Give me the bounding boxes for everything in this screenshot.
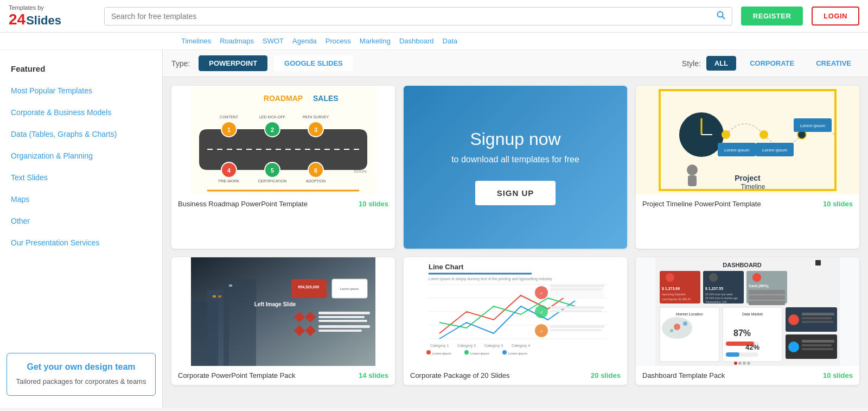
card-corporate-title: Corporate PowerPoint Template Pack xyxy=(178,371,296,380)
signup-button[interactable]: SIGN UP xyxy=(475,181,556,205)
timeline-svg: Lorem ipsum Lorem ipsum Lorem ipsum Proj… xyxy=(636,86,859,194)
dashboard-svg: DASHBOARD $ 1,373.68 Upcoming Deposits L… xyxy=(636,257,859,366)
svg-text:654,520,000: 654,520,000 xyxy=(298,285,320,289)
card-dashboard-footer: Dashboard Template Pack 10 slides xyxy=(636,366,859,385)
svg-text:SOON: SOON xyxy=(354,169,367,174)
card-dashboard-title: Dashboard Template Pack xyxy=(642,371,725,380)
linechart-svg: Line Chart Lorem ipsum is simply dummy t… xyxy=(404,257,627,366)
tag-data[interactable]: Data xyxy=(441,36,459,46)
svg-text:$ 1,373.68: $ 1,373.68 xyxy=(662,287,680,291)
svg-rect-139 xyxy=(802,340,834,343)
btn-style-creative[interactable]: CREATIVE xyxy=(808,56,859,71)
svg-text:Lorem ipsum: Lorem ipsum xyxy=(340,287,359,290)
register-button[interactable]: REGISTER xyxy=(741,7,803,26)
svg-rect-140 xyxy=(802,344,832,346)
search-input[interactable] xyxy=(111,12,717,21)
svg-text:✓: ✓ xyxy=(540,310,544,315)
svg-rect-131 xyxy=(726,352,739,357)
tag-dashboard[interactable]: Dashboard xyxy=(397,36,436,46)
svg-text:2: 2 xyxy=(271,127,274,133)
sidebar-item-featured[interactable]: Featured xyxy=(0,55,162,80)
svg-rect-134 xyxy=(802,313,834,315)
template-grid: ROADMAP SALES 1 2 3 4 xyxy=(163,77,868,394)
svg-text:6: 6 xyxy=(314,167,317,174)
card-linechart-title: Corporate Package of 20 Slides xyxy=(410,371,510,380)
card-timeline[interactable]: Lorem ipsum Lorem ipsum Lorem ipsum Proj… xyxy=(636,86,859,249)
sidebar-cta-desc: Tailored packages for corporates & teams xyxy=(16,376,146,387)
logo-by-text: Templates by xyxy=(9,4,61,11)
sidebar: Featured Most Popular Templates Corporat… xyxy=(0,50,163,408)
svg-text:Market Location: Market Location xyxy=(676,312,703,316)
search-bar xyxy=(104,7,732,26)
svg-text:Lorem ipsum: Lorem ipsum xyxy=(800,123,826,128)
card-linechart[interactable]: Line Chart Lorem ipsum is simply dummy t… xyxy=(404,257,627,385)
svg-text:Transactions: 134: Transactions: 134 xyxy=(705,300,727,303)
search-button[interactable] xyxy=(717,11,725,22)
svg-text:3: 3 xyxy=(314,127,317,133)
sidebar-item-data[interactable]: Data (Tables, Graphs & Charts) xyxy=(0,123,162,145)
svg-point-83 xyxy=(502,350,507,355)
tag-swot[interactable]: SWOT xyxy=(260,36,286,46)
filter-type-group: Type: POWERPOINT GOOGLE SLIDES xyxy=(171,55,353,71)
content-area: Type: POWERPOINT GOOGLE SLIDES Style: AL… xyxy=(163,50,868,408)
topbar: Templates by 24 Slides REGISTER LOGIN xyxy=(0,0,868,33)
svg-point-33 xyxy=(760,130,768,139)
main-layout: Featured Most Popular Templates Corporat… xyxy=(0,50,868,408)
sidebar-item-corporate-models[interactable]: Corporate & Business Models xyxy=(0,102,162,123)
svg-text:LED KICK-OFF: LED KICK-OFF xyxy=(259,115,285,119)
svg-text:1: 1 xyxy=(227,127,231,133)
login-button[interactable]: LOGIN xyxy=(812,7,859,26)
card-timeline-footer: Project Timeline PowerPoint Template 10 … xyxy=(636,194,859,213)
btn-style-corporate[interactable]: CORPORATE xyxy=(742,56,802,71)
svg-point-102 xyxy=(666,273,674,282)
svg-text:Lorem ipsum: Lorem ipsum xyxy=(508,352,527,355)
btn-style-all[interactable]: ALL xyxy=(706,56,736,71)
svg-text:29.41% from 6 months ago: 29.41% from 6 months ago xyxy=(705,296,738,300)
svg-text:Lorem ipsum is simply dummy te: Lorem ipsum is simply dummy text of the … xyxy=(429,277,552,281)
tag-agenda[interactable]: Agenda xyxy=(290,36,319,46)
tag-process[interactable]: Process xyxy=(323,36,353,46)
sidebar-item-maps[interactable]: Maps xyxy=(0,188,162,210)
svg-text:Category 1: Category 1 xyxy=(430,344,449,348)
tag-timelines[interactable]: Timelines xyxy=(179,36,213,46)
svg-point-122 xyxy=(683,321,687,326)
signup-subline: to download all templates for free xyxy=(451,155,579,165)
card-corporate[interactable]: Left Image Slide 654,520,000 Lorem ipsum xyxy=(171,257,395,385)
sidebar-item-other[interactable]: Other xyxy=(0,210,162,232)
sidebar-item-text-slides[interactable]: Text Slides xyxy=(0,167,162,188)
svg-line-1 xyxy=(722,16,724,18)
svg-rect-62 xyxy=(318,316,365,318)
type-label: Type: xyxy=(171,59,190,68)
svg-point-143 xyxy=(738,362,742,365)
svg-rect-50 xyxy=(218,295,221,298)
btn-powerpoint[interactable]: POWERPOINT xyxy=(199,55,267,71)
svg-text:Lorem ipsum: Lorem ipsum xyxy=(724,148,750,153)
signup-headline: Signup now xyxy=(470,129,560,149)
card-roadmap[interactable]: ROADMAP SALES 1 2 3 4 xyxy=(171,86,395,249)
card-timeline-title: Project Timeline PowerPoint Template xyxy=(642,200,761,208)
tagbar: Timelines Roadmaps SWOT Agenda Process M… xyxy=(0,33,868,50)
sidebar-item-popular[interactable]: Most Popular Templates xyxy=(0,80,162,102)
svg-text:Last Deposit: $1,596.34: Last Deposit: $1,596.34 xyxy=(662,298,691,301)
svg-text:5: 5 xyxy=(271,167,274,174)
sidebar-cta: Get your own design team Tailored packag… xyxy=(7,353,156,396)
svg-point-133 xyxy=(788,314,799,325)
svg-rect-51 xyxy=(229,284,232,287)
sidebar-item-services[interactable]: Our Presentation Services xyxy=(0,232,162,254)
btn-google-slides[interactable]: GOOGLE SLIDES xyxy=(274,55,353,71)
svg-text:Category 3: Category 3 xyxy=(484,344,503,348)
svg-text:Line Chart: Line Chart xyxy=(429,263,464,271)
svg-point-138 xyxy=(788,342,799,352)
svg-point-107 xyxy=(709,273,718,282)
sidebar-item-organization[interactable]: Organization & Planning xyxy=(0,145,162,167)
card-dashboard[interactable]: DASHBOARD $ 1,373.68 Upcoming Deposits L… xyxy=(636,257,859,385)
card-roadmap-title: Business Roadmap PowerPoint Template xyxy=(178,200,308,208)
svg-rect-42 xyxy=(688,175,697,186)
logo-24: 24 xyxy=(9,11,25,28)
tag-roadmaps[interactable]: Roadmaps xyxy=(218,36,256,46)
svg-text:Lorem ipsum: Lorem ipsum xyxy=(432,352,451,355)
svg-point-79 xyxy=(426,350,431,355)
thumb-linechart: Line Chart Lorem ipsum is simply dummy t… xyxy=(404,257,627,366)
svg-point-81 xyxy=(464,350,469,355)
tag-marketing[interactable]: Marketing xyxy=(358,36,393,46)
